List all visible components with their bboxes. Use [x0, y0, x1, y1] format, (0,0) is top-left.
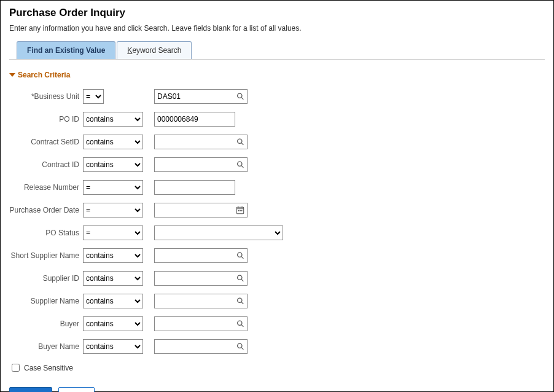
- svg-line-20: [241, 325, 243, 327]
- calendar-icon[interactable]: [236, 206, 244, 214]
- svg-point-4: [238, 162, 242, 166]
- section-title: Search Criteria: [18, 71, 70, 79]
- svg-line-1: [241, 98, 243, 100]
- select-po-status[interactable]: [154, 225, 283, 240]
- label-po-id: PO ID: [9, 115, 83, 123]
- label-short-supplier: Short Supplier Name: [9, 251, 83, 260]
- svg-point-21: [238, 343, 242, 348]
- clear-button[interactable]: Clear: [58, 387, 95, 392]
- input-po-date[interactable]: [154, 203, 248, 218]
- svg-line-14: [241, 257, 243, 259]
- chevron-down-icon: [9, 73, 15, 77]
- input-release-number[interactable]: [154, 180, 235, 195]
- svg-point-19: [238, 321, 242, 325]
- section-toggle-search-criteria[interactable]: Search Criteria: [9, 71, 545, 79]
- input-supplier-name[interactable]: [154, 294, 248, 308]
- op-contract-id[interactable]: contains: [83, 157, 143, 172]
- input-short-supplier[interactable]: [154, 248, 248, 263]
- op-po-status[interactable]: =: [83, 225, 143, 240]
- label-buyer-name: Buyer Name: [9, 342, 83, 351]
- input-contract-id[interactable]: [154, 157, 248, 172]
- svg-rect-12: [241, 210, 243, 211]
- input-supplier-id[interactable]: [154, 271, 248, 286]
- input-buyer-name[interactable]: [154, 339, 248, 354]
- svg-line-16: [241, 280, 243, 281]
- label-buyer: Buyer: [9, 319, 83, 328]
- svg-rect-10: [238, 210, 240, 211]
- input-contract-setid[interactable]: [154, 135, 248, 149]
- checkbox-case-sensitive[interactable]: [12, 364, 20, 372]
- op-buyer-name[interactable]: contains: [83, 339, 143, 354]
- op-release-number[interactable]: =: [83, 180, 143, 195]
- svg-line-18: [241, 302, 243, 304]
- lookup-icon[interactable]: [236, 275, 244, 283]
- op-business-unit[interactable]: =: [83, 89, 104, 104]
- label-supplier-name: Supplier Name: [9, 297, 83, 305]
- svg-line-5: [241, 166, 243, 168]
- label-business-unit: *Business Unit: [9, 92, 83, 101]
- lookup-icon[interactable]: [236, 297, 244, 305]
- svg-point-13: [238, 253, 242, 257]
- tab-bar: Find an Existing Value Keyword Search: [9, 41, 545, 59]
- label-case-sensitive: Case Sensitive: [24, 364, 73, 372]
- lookup-icon[interactable]: [236, 343, 244, 351]
- lookup-icon[interactable]: [236, 320, 244, 328]
- op-supplier-name[interactable]: contains: [83, 294, 143, 308]
- page-instructions: Enter any information you have and click…: [9, 24, 545, 33]
- input-buyer[interactable]: [154, 316, 248, 331]
- svg-point-17: [238, 298, 242, 302]
- svg-line-3: [241, 143, 243, 145]
- svg-line-22: [241, 348, 243, 350]
- op-po-id[interactable]: contains: [83, 112, 143, 127]
- op-supplier-id[interactable]: contains: [83, 271, 143, 286]
- op-po-date[interactable]: =: [83, 203, 143, 218]
- lookup-icon[interactable]: [236, 138, 244, 146]
- input-po-id[interactable]: [154, 112, 235, 127]
- label-po-date: Purchase Order Date: [9, 206, 83, 214]
- input-business-unit[interactable]: [154, 89, 248, 104]
- label-release-number: Release Number: [9, 183, 83, 192]
- svg-point-0: [238, 93, 242, 98]
- tab-keyword-search[interactable]: Keyword Search: [117, 41, 192, 59]
- tab-find-existing[interactable]: Find an Existing Value: [17, 41, 115, 59]
- label-supplier-id: Supplier ID: [9, 274, 83, 283]
- svg-point-2: [238, 139, 242, 143]
- op-buyer[interactable]: contains: [83, 316, 143, 331]
- op-short-supplier[interactable]: contains: [83, 248, 143, 263]
- lookup-icon[interactable]: [236, 161, 244, 169]
- op-contract-setid[interactable]: contains: [83, 135, 143, 149]
- page-title: Purchase Order Inquiry: [9, 7, 545, 19]
- tab-keyword-rest: eyword Search: [132, 46, 181, 55]
- tab-underline: [9, 59, 545, 60]
- search-button[interactable]: Search: [9, 387, 52, 392]
- lookup-icon[interactable]: [236, 252, 244, 260]
- lookup-icon[interactable]: [236, 93, 244, 101]
- svg-rect-11: [240, 210, 241, 211]
- label-contract-setid: Contract SetID: [9, 138, 83, 146]
- label-po-status: PO Status: [9, 229, 83, 237]
- label-contract-id: Contract ID: [9, 160, 83, 169]
- svg-point-15: [238, 275, 242, 280]
